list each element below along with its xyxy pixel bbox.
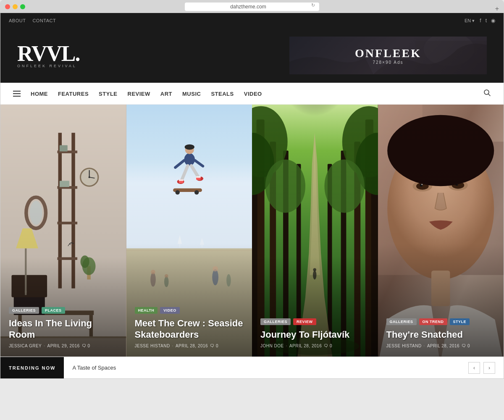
svg-line-4 <box>488 94 491 96</box>
nav-item-home[interactable]: HOME <box>31 90 48 97</box>
hero-grid: GALLERIES PLACES Ideas In The Living Roo… <box>0 105 504 357</box>
tag-galleries-1[interactable]: GALLERIES <box>9 307 39 314</box>
search-button[interactable] <box>483 89 491 98</box>
top-bar-right: EN ▾ f t ◉ <box>465 18 495 24</box>
nav-item-steals[interactable]: STEALS <box>211 90 234 97</box>
card-4-title: They're Snatched <box>386 329 496 340</box>
nav-item-style[interactable]: STYLE <box>99 90 117 97</box>
card-4-tags: GALLERIES ON TREND STYLE <box>386 318 496 325</box>
main-nav: HOME FEATURES STYLE REVIEW ART MUSIC STE… <box>0 83 504 105</box>
ad-banner-content: ONFLEEK 728×90 Ads <box>355 47 421 65</box>
card-2-tags: HEALTH VIDEO <box>135 307 244 314</box>
browser-dots <box>5 4 25 9</box>
tag-galleries-4[interactable]: GALLERIES <box>386 318 417 325</box>
card-1-meta: JESSICA GREY · APRIL 29, 2016 🗨 0 <box>9 344 118 348</box>
trending-nav: ‹ › <box>468 362 504 374</box>
instagram-icon[interactable]: ◉ <box>491 18 495 24</box>
card-1-content: GALLERIES PLACES Ideas In The Living Roo… <box>0 299 126 357</box>
maximize-dot[interactable] <box>20 4 25 9</box>
card-2-meta: JESSE HISTAND · APRIL 28, 2016 🗨 0 <box>135 344 244 348</box>
card-living-room[interactable]: GALLERIES PLACES Ideas In The Living Roo… <box>0 105 126 357</box>
card-2-title: Meet The Crew : Seaside Skateboarders <box>135 318 244 340</box>
hamburger-line <box>13 93 21 94</box>
language-selector[interactable]: EN ▾ <box>465 18 475 24</box>
trending-bar: TRENDING NOW A Taste of Spaces ‹ › <box>0 357 504 378</box>
hamburger-line <box>13 91 21 92</box>
nav-left: HOME FEATURES STYLE REVIEW ART MUSIC STE… <box>13 90 262 97</box>
twitter-icon[interactable]: t <box>486 18 487 24</box>
card-3-title: Journey To Fljótavík <box>260 329 370 340</box>
tag-on-trend-4[interactable]: ON TREND <box>419 318 447 325</box>
url-bar[interactable]: dahztheme.com ↻ <box>185 3 319 11</box>
nav-item-features[interactable]: FEATURES <box>58 90 89 97</box>
top-bar-nav: ABOUT CONTACT <box>9 18 56 23</box>
contact-link[interactable]: CONTACT <box>32 18 56 23</box>
close-dot[interactable] <box>5 4 10 9</box>
card-portrait[interactable]: GALLERIES ON TREND STYLE They're Snatche… <box>378 105 504 357</box>
nav-item-art[interactable]: ART <box>160 90 172 97</box>
card-2-content: HEALTH VIDEO Meet The Crew : Seaside Ska… <box>126 299 252 357</box>
card-forest[interactable]: GALLERIES REVIEW Journey To Fljótavík JO… <box>252 105 378 357</box>
about-link[interactable]: ABOUT <box>9 18 26 23</box>
card-4-content: GALLERIES ON TREND STYLE They're Snatche… <box>378 310 504 357</box>
card-3-meta: JOHN DOE · APRIL 28, 2016 🗨 0 <box>260 344 370 348</box>
trending-next-button[interactable]: › <box>483 362 495 374</box>
minimize-dot[interactable] <box>13 4 18 9</box>
nav-items: HOME FEATURES STYLE REVIEW ART MUSIC STE… <box>31 90 262 97</box>
social-icons: f t ◉ <box>480 18 495 24</box>
ad-subtitle: 728×90 Ads <box>355 60 421 65</box>
tag-galleries-3[interactable]: GALLERIES <box>260 318 291 325</box>
refresh-button[interactable]: ↻ <box>311 3 315 8</box>
ad-title: ONFLEEK <box>355 47 421 60</box>
logo-text: RVVL. <box>17 43 80 65</box>
ad-banner[interactable]: ONFLEEK 728×90 Ads <box>289 37 487 74</box>
nav-item-review[interactable]: REVIEW <box>128 90 150 97</box>
search-icon <box>483 89 491 97</box>
card-4-meta: JESSE HISTAND · APRIL 28, 2016 🗨 0 <box>386 344 496 348</box>
card-3-content: GALLERIES REVIEW Journey To Fljótavík JO… <box>252 310 378 357</box>
facebook-icon[interactable]: f <box>480 18 481 24</box>
tag-review-3[interactable]: REVIEW <box>293 318 316 325</box>
tag-places-1[interactable]: PLACES <box>42 307 65 314</box>
browser-titlebar: dahztheme.com ↻ + <box>0 4 504 13</box>
trending-prev-button[interactable]: ‹ <box>468 362 480 374</box>
card-3-tags: GALLERIES REVIEW <box>260 318 370 325</box>
browser-window: dahztheme.com ↻ + <box>0 0 504 13</box>
nav-item-video[interactable]: VIDEO <box>244 90 262 97</box>
trending-label: TRENDING NOW <box>0 357 64 378</box>
top-bar: ABOUT CONTACT EN ▾ f t ◉ <box>0 13 504 28</box>
card-1-title: Ideas In The Living Room <box>9 318 118 340</box>
site-header: RVVL. ONFLEEK REVIVAL ONFLEEK 728×90 Ads <box>0 28 504 83</box>
tag-style-4[interactable]: STYLE <box>450 318 470 325</box>
trending-content: A Taste of Spaces <box>64 365 468 371</box>
card-1-tags: GALLERIES PLACES <box>9 307 118 314</box>
tag-video-2[interactable]: VIDEO <box>160 307 180 314</box>
nav-item-music[interactable]: MUSIC <box>182 90 201 97</box>
site-logo[interactable]: RVVL. ONFLEEK REVIVAL <box>17 43 80 68</box>
tag-health-2[interactable]: HEALTH <box>135 307 158 314</box>
hamburger-menu[interactable] <box>13 91 21 97</box>
logo-subtitle: ONFLEEK REVIVAL <box>17 64 80 68</box>
website-container: ABOUT CONTACT EN ▾ f t ◉ RVVL. ONFLEEK R… <box>0 13 504 379</box>
card-skateboarder[interactable]: HEALTH VIDEO Meet The Crew : Seaside Ska… <box>126 105 252 357</box>
add-tab-button[interactable]: + <box>495 5 499 13</box>
hamburger-line <box>13 96 21 97</box>
